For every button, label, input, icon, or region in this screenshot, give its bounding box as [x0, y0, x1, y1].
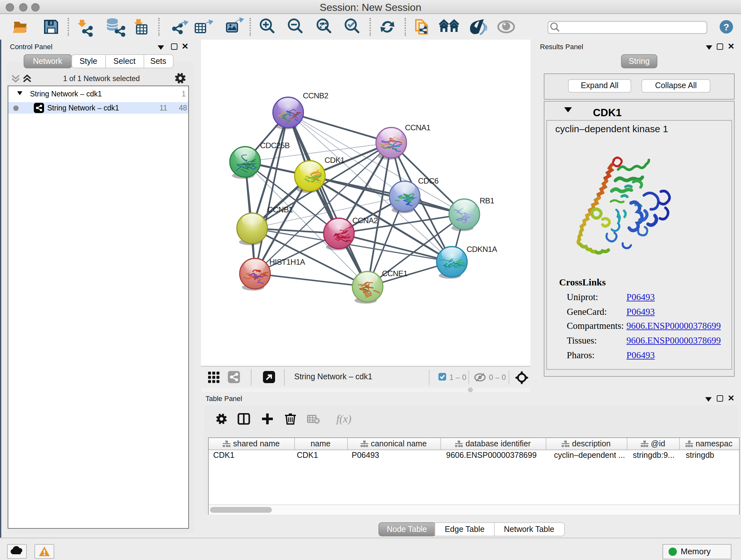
svg-text:CCNB1: CCNB1 [267, 205, 293, 214]
svg-text:HIST1H1A: HIST1H1A [269, 258, 306, 266]
svg-text:CCNE1: CCNE1 [382, 269, 408, 278]
svg-text:CDK1: CDK1 [325, 156, 345, 165]
svg-text:RB1: RB1 [480, 196, 494, 205]
svg-text:CDC25B: CDC25B [260, 141, 290, 150]
svg-text:CCNA2: CCNA2 [352, 216, 378, 225]
svg-text:CCNB2: CCNB2 [303, 91, 328, 100]
svg-text:CDKN1A: CDKN1A [467, 245, 497, 253]
svg-text:f(x): f(x) [336, 413, 351, 425]
svg-text:?: ? [724, 22, 729, 32]
svg-text:CDC6: CDC6 [418, 177, 439, 185]
svg-text:CCNA1: CCNA1 [405, 123, 430, 132]
